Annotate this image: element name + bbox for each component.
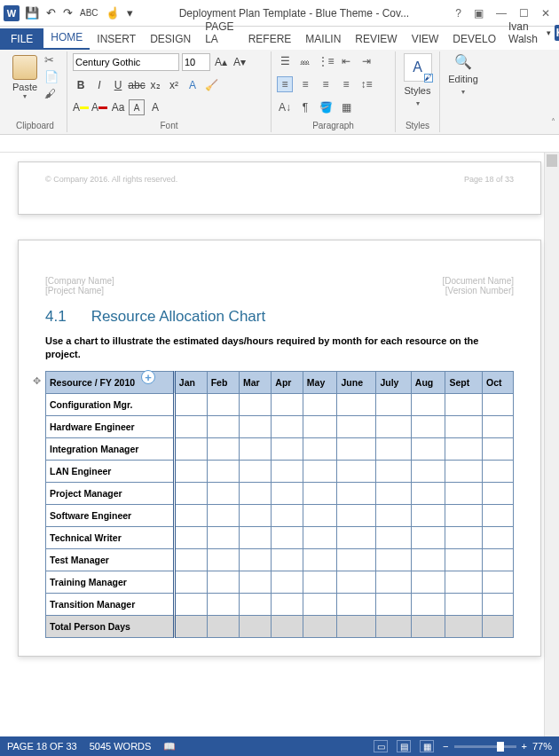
styles-gallery-icon[interactable]: A🖌	[404, 53, 432, 82]
line-spacing-button[interactable]: ↕≡	[358, 76, 374, 92]
tab-file[interactable]: FILE	[0, 28, 43, 50]
justify-button[interactable]: ≡	[338, 76, 354, 92]
bullets-button[interactable]: ☰	[277, 53, 293, 69]
cut-icon[interactable]: ✂	[44, 53, 59, 67]
table-row[interactable]: LAN Engineer	[46, 460, 514, 482]
user-account[interactable]: Ivan Walsh ▾ K	[503, 16, 559, 50]
text-effects-button[interactable]: A	[185, 77, 201, 93]
borders-button[interactable]: ▦	[338, 99, 354, 115]
table-header[interactable]: Aug	[411, 371, 445, 393]
zoom-out-icon[interactable]: −	[443, 741, 448, 752]
status-page[interactable]: PAGE 18 OF 33	[7, 741, 77, 752]
change-case-button[interactable]: Aa	[110, 99, 126, 115]
qat-customize-icon[interactable]: ▾	[127, 6, 133, 20]
tab-page-layout[interactable]: PAGE LA	[198, 16, 240, 50]
table-header[interactable]: Sept	[445, 371, 483, 393]
table-header[interactable]: June	[337, 371, 376, 393]
tab-references[interactable]: REFERE	[241, 28, 299, 50]
status-words[interactable]: 5045 WORDS	[90, 741, 152, 752]
table-row[interactable]: Transition Manager	[46, 593, 514, 615]
web-layout-icon[interactable]: ▦	[420, 740, 434, 752]
bold-button[interactable]: B	[73, 77, 89, 93]
shading-button[interactable]: 🪣	[318, 99, 334, 115]
table-header[interactable]: July	[376, 371, 411, 393]
touch-mode-icon[interactable]: ☝	[106, 6, 120, 20]
header-docname: [Document Name]	[442, 276, 514, 286]
zoom-in-icon[interactable]: +	[522, 741, 527, 752]
table-row[interactable]: Hardware Engineer	[46, 415, 514, 437]
paste-button[interactable]: Paste ▾	[9, 53, 41, 102]
spellcheck-icon[interactable]: ABC	[80, 8, 98, 18]
zoom-level[interactable]: 77%	[532, 741, 552, 752]
word-icon: W	[4, 5, 20, 21]
tab-design[interactable]: DESIGN	[143, 28, 198, 50]
table-total-row[interactable]: Total Person Days	[46, 615, 514, 637]
column-insert-icon[interactable]: +	[141, 370, 155, 384]
format-painter-icon[interactable]: 🖌	[44, 87, 59, 100]
phonetic-button[interactable]: A	[147, 99, 163, 115]
font-size-select[interactable]	[182, 53, 210, 71]
sort-button[interactable]: A↓	[277, 99, 293, 115]
table-header[interactable]: May	[303, 371, 337, 393]
clear-formatting-icon[interactable]: 🧹	[203, 77, 219, 93]
tab-developer[interactable]: DEVELO	[445, 28, 503, 50]
read-mode-icon[interactable]: ▭	[374, 740, 388, 752]
print-layout-icon[interactable]: ▤	[397, 740, 411, 752]
numbering-button[interactable]: ⅏	[297, 53, 313, 69]
find-icon[interactable]: 🔍	[454, 53, 472, 70]
strikethrough-button[interactable]: abc	[129, 77, 145, 93]
show-marks-button[interactable]: ¶	[297, 99, 313, 115]
vertical-scrollbar[interactable]	[544, 153, 559, 736]
font-name-select[interactable]	[73, 53, 179, 71]
grow-font-icon[interactable]: A▴	[213, 54, 229, 70]
tab-insert[interactable]: INSERT	[90, 28, 143, 50]
undo-icon[interactable]: ↶	[46, 6, 56, 20]
table-row[interactable]: Test Manager	[46, 548, 514, 571]
decrease-indent-button[interactable]: ⇤	[338, 53, 354, 69]
align-left-button[interactable]: ≡	[277, 76, 293, 92]
multilevel-button[interactable]: ⋮≡	[318, 53, 334, 69]
table-row[interactable]: Project Manager	[46, 482, 514, 504]
page-current: [Company Name] [Project Name] [Document …	[18, 240, 541, 657]
save-icon[interactable]: 💾	[25, 6, 39, 20]
table-header[interactable]: Jan	[174, 371, 207, 393]
table-header[interactable]: Feb	[207, 371, 239, 393]
highlight-button[interactable]: A	[73, 99, 89, 115]
italic-button[interactable]: I	[91, 77, 107, 93]
table-row[interactable]: Integration Manager	[46, 437, 514, 460]
subscript-button[interactable]: x₂	[147, 77, 163, 93]
chevron-down-icon: ▾	[547, 28, 551, 37]
resource-table[interactable]: Resource / FY 2010JanFebMarAprMayJuneJul…	[45, 371, 514, 638]
increase-indent-button[interactable]: ⇥	[358, 53, 374, 69]
table-header[interactable]: Mar	[239, 371, 271, 393]
footer-page: Page 18 of 33	[464, 175, 514, 194]
table-row[interactable]: Technical Writer	[46, 526, 514, 548]
align-center-button[interactable]: ≡	[297, 76, 313, 92]
help-icon[interactable]: ?	[455, 7, 461, 20]
superscript-button[interactable]: x²	[166, 77, 182, 93]
proofing-icon[interactable]: 📖	[163, 741, 176, 752]
ribbon-options-icon[interactable]: ▣	[474, 7, 484, 20]
table-row[interactable]: Configuration Mgr.	[46, 393, 514, 415]
collapse-ribbon-icon[interactable]: ˄	[551, 117, 555, 127]
scrollbar-thumb[interactable]	[547, 154, 557, 167]
zoom-slider[interactable]	[454, 745, 516, 748]
char-border-button[interactable]: A	[129, 99, 145, 115]
table-move-handle-icon[interactable]: ✥	[33, 375, 41, 387]
underline-button[interactable]: U	[110, 77, 126, 93]
tab-view[interactable]: VIEW	[405, 28, 446, 50]
tab-mailings[interactable]: MAILIN	[298, 28, 348, 50]
document-area[interactable]: © Company 2016. All rights reserved. Pag…	[0, 137, 559, 736]
font-color-button[interactable]: A	[91, 99, 107, 115]
table-header[interactable]: Apr	[272, 371, 303, 393]
shrink-font-icon[interactable]: A▾	[232, 54, 248, 70]
table-header[interactable]: Oct	[483, 371, 514, 393]
align-right-button[interactable]: ≡	[318, 76, 334, 92]
tab-review[interactable]: REVIEW	[348, 28, 404, 50]
ruler[interactable]	[0, 137, 559, 153]
table-row[interactable]: Software Engineer	[46, 504, 514, 526]
redo-icon[interactable]: ↷	[63, 6, 73, 20]
tab-home[interactable]: HOME	[43, 27, 90, 50]
table-row[interactable]: Training Manager	[46, 571, 514, 593]
copy-icon[interactable]: 📄	[44, 70, 59, 83]
